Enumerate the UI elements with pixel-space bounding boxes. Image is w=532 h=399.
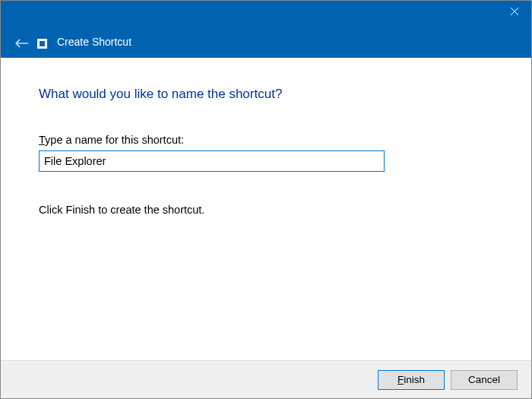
shortcut-icon — [37, 39, 47, 49]
dialog-title: Create Shortcut — [57, 36, 131, 48]
name-input-wrap — [39, 150, 385, 172]
back-arrow-icon — [15, 39, 29, 48]
dialog-footer: Finish Cancel — [1, 360, 531, 398]
name-field-label: Type a name for this shortcut: — [39, 134, 493, 146]
cancel-button[interactable]: Cancel — [451, 370, 518, 390]
page-heading: What would you like to name the shortcut… — [39, 87, 493, 102]
finish-button[interactable]: Finish — [378, 370, 445, 390]
back-button[interactable] — [14, 37, 30, 49]
content-area: What would you like to name the shortcut… — [1, 58, 531, 216]
close-icon — [510, 7, 519, 16]
close-button[interactable] — [497, 1, 531, 22]
shortcut-name-input[interactable] — [39, 150, 385, 172]
instruction-text: Click Finish to create the shortcut. — [39, 204, 493, 216]
titlebar: Create Shortcut — [1, 1, 531, 58]
